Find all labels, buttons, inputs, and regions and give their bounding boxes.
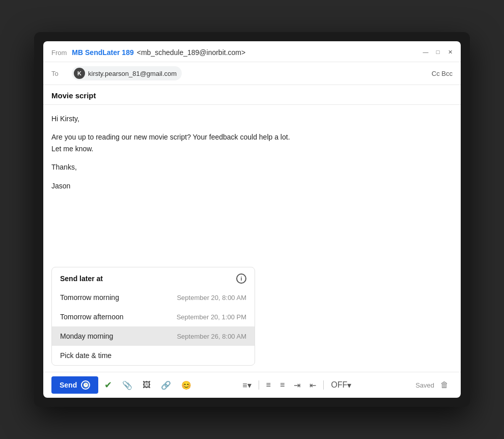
sender-name: MB SendLater 189 <box>72 48 133 57</box>
send-button[interactable]: Send 🕐 <box>51 376 98 394</box>
window-controls: — □ ✕ <box>422 48 454 56</box>
toolbar: Send 🕐 ✔ 📎 🖼 🔗 😊 ≡▾ ≡ ≡ <box>43 372 461 398</box>
format-group: ≡▾ ≡ ≡ ⇥ ⇤ OFF ▾ <box>238 377 355 393</box>
unordered-list-button[interactable]: ≡ <box>276 377 289 393</box>
indent-button[interactable]: ⇥ <box>290 377 304 393</box>
emoji-button[interactable]: 😊 <box>177 377 195 393</box>
close-button[interactable]: ✕ <box>446 48 454 56</box>
link-button[interactable]: 🔗 <box>157 377 175 393</box>
title-bar: From MB SendLater 189 <mb_schedule_189@i… <box>43 41 461 62</box>
paragraph-line1: Are you up to reading our new movie scri… <box>51 133 290 141</box>
recipient-chip[interactable]: K kirsty.pearson_81@gmail.com <box>72 66 182 80</box>
option-date-1: September 20, 1:00 PM <box>177 313 246 321</box>
from-label: From <box>51 49 67 57</box>
attach-icon: 📎 <box>122 380 132 390</box>
signature: Jason <box>51 180 453 191</box>
compose-window: From MB SendLater 189 <mb_schedule_189@i… <box>43 41 461 398</box>
image-button[interactable]: 🖼 <box>138 377 155 393</box>
to-row: To K kirsty.pearson_81@gmail.com Cc Bcc <box>43 62 461 85</box>
sender-email: <mb_schedule_189@inorbit.com> <box>137 48 245 57</box>
to-label: To <box>51 70 67 77</box>
ordered-list-button[interactable]: ≡ <box>262 377 275 393</box>
schedule-option-monday-morning[interactable]: Monday morning September 26, 8:00 AM <box>52 326 255 346</box>
delete-button[interactable]: 🗑 <box>436 378 453 392</box>
schedule-option-tomorrow-morning[interactable]: Tomorrow morning September 20, 8:00 AM <box>52 288 255 307</box>
schedule-option-pick-date[interactable]: Pick date & time <box>52 346 255 365</box>
image-icon: 🖼 <box>143 380 151 390</box>
check-button[interactable]: ✔ <box>100 376 116 394</box>
send-later-header: Send later at i <box>52 267 255 288</box>
divider2 <box>323 380 324 390</box>
subject-text: Movie script <box>51 91 96 100</box>
send-later-panel: Send later at i Tomorrow morning Septemb… <box>51 267 255 366</box>
option-label-3: Pick date & time <box>60 351 111 360</box>
attach-button[interactable]: 📎 <box>118 377 136 393</box>
info-icon[interactable]: i <box>236 273 246 284</box>
avatar: K <box>74 68 85 79</box>
email-body: Hi Kirsty, Are you up to reading our new… <box>43 105 461 267</box>
option-label-0: Tomorrow morning <box>60 293 119 301</box>
closing: Thanks, <box>51 161 453 173</box>
align-button[interactable]: ≡▾ <box>238 377 255 393</box>
link-icon: 🔗 <box>161 380 171 390</box>
off-toggle[interactable]: OFF ▾ <box>327 377 355 393</box>
greeting: Hi Kirsty, <box>51 113 453 124</box>
schedule-option-tomorrow-afternoon[interactable]: Tomorrow afternoon September 20, 1:00 PM <box>52 307 255 326</box>
send-later-title: Send later at <box>60 275 103 283</box>
trash-icon: 🗑 <box>440 380 449 389</box>
recipient-email: kirsty.pearson_81@gmail.com <box>88 70 177 77</box>
option-label-2: Monday morning <box>60 332 113 340</box>
send-label: Send <box>60 381 77 389</box>
check-icon: ✔ <box>104 379 112 391</box>
divider <box>259 380 259 390</box>
option-label-1: Tomorrow afternoon <box>60 313 124 321</box>
outdent-button[interactable]: ⇤ <box>305 377 320 393</box>
option-date-0: September 20, 8:00 AM <box>177 294 246 301</box>
saved-label: Saved <box>415 381 434 389</box>
cc-bcc-button[interactable]: Cc Bcc <box>432 70 453 77</box>
maximize-button[interactable]: □ <box>434 48 441 56</box>
subject-row: Movie script <box>43 85 461 105</box>
minimize-button[interactable]: — <box>422 48 429 56</box>
window-container: From MB SendLater 189 <mb_schedule_189@i… <box>34 32 470 407</box>
option-date-2: September 26, 8:00 AM <box>177 333 246 340</box>
paragraph-line2: Let me know. <box>51 145 94 153</box>
body-paragraph: Are you up to reading our new movie scri… <box>51 131 453 154</box>
clock-icon: 🕐 <box>81 380 90 390</box>
emoji-icon: 😊 <box>181 380 191 390</box>
off-label: OFF <box>331 380 347 390</box>
